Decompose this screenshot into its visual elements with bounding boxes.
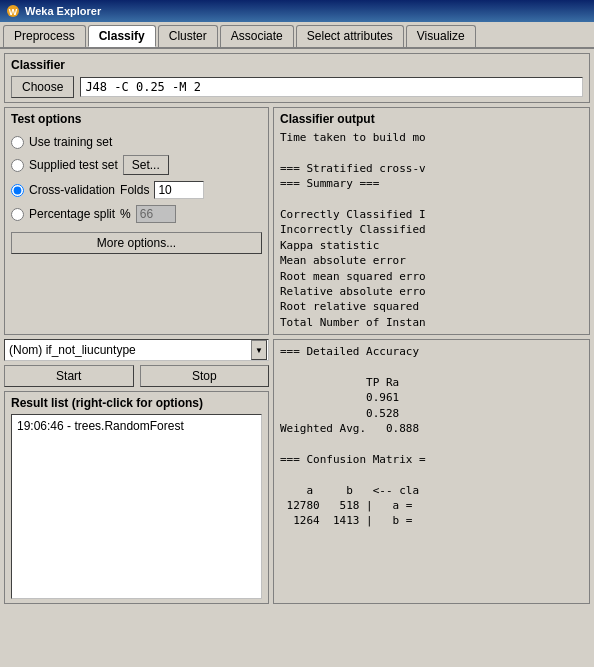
right-bottom-output: === Detailed Accuracy TP Ra 0.961 0.528 … — [273, 339, 590, 604]
stop-button[interactable]: Stop — [140, 365, 270, 387]
classifier-output-text-top: Time taken to build mo === Stratified cr… — [280, 130, 583, 330]
result-list-title: Result list (right-click for options) — [11, 396, 262, 410]
svg-text:W: W — [9, 7, 18, 17]
weka-icon: W — [6, 4, 20, 18]
classifier-row: Choose J48 -C 0.25 -M 2 — [11, 76, 583, 98]
supplied-test-set-row: Supplied test set Set... — [11, 154, 262, 176]
start-stop-row: Start Stop — [4, 365, 269, 387]
classifier-output-panel: Classifier output Time taken to build mo… — [273, 107, 590, 335]
cross-validation-label: Cross-validation — [29, 183, 115, 197]
use-training-set-row: Use training set — [11, 134, 262, 150]
cross-validation-radio[interactable] — [11, 184, 24, 197]
folds-label: Folds — [120, 183, 149, 197]
tab-preprocess[interactable]: Preprocess — [3, 25, 86, 47]
percentage-split-row: Percentage split % 66 — [11, 204, 262, 224]
tab-bar: Preprocess Classify Cluster Associate Se… — [0, 22, 594, 49]
set-button[interactable]: Set... — [123, 155, 169, 175]
percentage-split-label: Percentage split — [29, 207, 115, 221]
cross-validation-row: Cross-validation Folds 10 — [11, 180, 262, 200]
more-options-button[interactable]: More options... — [11, 232, 262, 254]
tab-classify[interactable]: Classify — [88, 25, 156, 47]
window-title: Weka Explorer — [25, 5, 101, 17]
use-training-set-label: Use training set — [29, 135, 112, 149]
attribute-dropdown[interactable]: (Nom) if_not_liucuntype — [4, 339, 269, 361]
start-button[interactable]: Start — [4, 365, 134, 387]
tab-cluster[interactable]: Cluster — [158, 25, 218, 47]
test-options-title: Test options — [11, 112, 262, 126]
bottom-section: (Nom) if_not_liucuntype ▼ Start Stop Res… — [4, 339, 590, 604]
dropdown-row: (Nom) if_not_liucuntype ▼ — [4, 339, 269, 361]
classifier-output-text-bottom: === Detailed Accuracy TP Ra 0.961 0.528 … — [280, 344, 583, 529]
use-training-set-radio[interactable] — [11, 136, 24, 149]
classifier-panel-title: Classifier — [11, 58, 583, 72]
combo-wrapper: (Nom) if_not_liucuntype ▼ — [4, 339, 269, 361]
title-bar: W Weka Explorer — [0, 0, 594, 22]
test-options-panel: Test options Use training set Supplied t… — [4, 107, 269, 335]
classifier-panel: Classifier Choose J48 -C 0.25 -M 2 — [4, 53, 590, 103]
result-item[interactable]: 19:06:46 - trees.RandomForest — [15, 418, 258, 434]
result-list-panel: Result list (right-click for options) 19… — [4, 391, 269, 604]
tab-select-attributes[interactable]: Select attributes — [296, 25, 404, 47]
percent-symbol: % — [120, 207, 131, 221]
result-list-content[interactable]: 19:06:46 - trees.RandomForest — [11, 414, 262, 599]
folds-input[interactable]: 10 — [154, 181, 204, 199]
tab-visualize[interactable]: Visualize — [406, 25, 476, 47]
percent-value-input[interactable]: 66 — [136, 205, 176, 223]
supplied-test-set-radio[interactable] — [11, 159, 24, 172]
supplied-test-set-label: Supplied test set — [29, 158, 118, 172]
choose-button[interactable]: Choose — [11, 76, 74, 98]
classifier-value: J48 -C 0.25 -M 2 — [80, 77, 583, 97]
tab-associate[interactable]: Associate — [220, 25, 294, 47]
percentage-split-radio[interactable] — [11, 208, 24, 221]
middle-section: Test options Use training set Supplied t… — [4, 107, 590, 335]
classifier-output-title: Classifier output — [280, 112, 583, 126]
main-content: Classifier Choose J48 -C 0.25 -M 2 Test … — [0, 49, 594, 608]
left-bottom: (Nom) if_not_liucuntype ▼ Start Stop Res… — [4, 339, 269, 604]
